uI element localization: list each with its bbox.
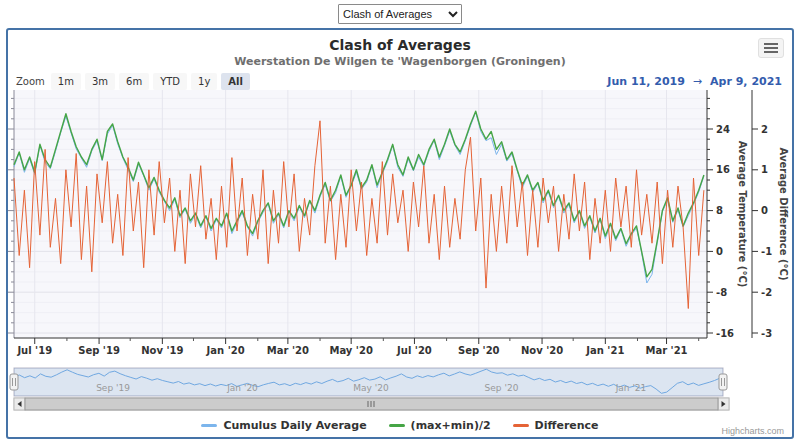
legend: Cumulus Daily Average (max+min)/2 Differ… [8,419,792,432]
chart-subtitle: Weerstation De Wilgen te 'Wagenborgen (G… [8,55,792,68]
temp-axis-label: 0 [716,246,723,257]
range-button-3m[interactable]: 3m [85,73,115,90]
navigator-axis-label: Sep '20 [485,383,519,393]
x-axis-label: Nov '19 [141,345,183,356]
navigator-axis-label: Sep '19 [96,383,130,393]
navigator-handle-left[interactable] [10,374,18,390]
x-axis-label: Jul '20 [396,345,432,356]
temp-axis-label: 24 [716,124,730,135]
chart-container: Clash of Averages Weerstation De Wilgen … [6,28,794,439]
diff-axis-label: -1 [761,246,772,257]
zoom-label: Zoom [16,76,45,87]
range-date-to[interactable]: Apr 9, 2021 [708,74,784,89]
x-axis-label: Jan '20 [206,345,245,356]
navigator-axis-label: May '20 [353,383,389,393]
x-axis-label: Sep '20 [458,345,500,356]
legend-swatch-cumulus [201,424,217,427]
range-button-1m[interactable]: 1m [51,73,81,90]
diff-axis-label: 0 [761,205,768,216]
x-axis-label: Nov '20 [521,345,563,356]
top-toolbar: Clash of Averages [0,0,800,28]
legend-swatch-difference [513,424,529,427]
chart-title: Clash of Averages [8,37,792,53]
range-button-6m[interactable]: 6m [119,73,149,90]
diff-axis-label: 2 [761,124,768,135]
navigator-handle-right[interactable] [719,374,727,390]
legend-label-difference: Difference [535,419,599,432]
diff-axis-label: -3 [761,328,772,339]
legend-item-cumulus[interactable]: Cumulus Daily Average [201,419,366,432]
diff-axis-label: 1 [761,164,768,175]
temp-axis-label: -8 [716,287,727,298]
range-arrow-icon: → [693,75,702,88]
x-axis-label: Jul '19 [16,345,52,356]
navigator-axis-label: Jan '20 [226,383,258,393]
range-dates: Jun 11, 2019 → Apr 9, 2021 [605,74,784,89]
x-axis-label: May '20 [329,345,372,356]
x-axis-label: Jan '21 [585,345,624,356]
range-button-1y[interactable]: 1y [191,73,217,90]
chart-plot-svg: Jul '19Sep '19Nov '19Jan '20Mar '20May '… [8,88,792,418]
temp-axis-title: Average Temperature (°C) [737,141,748,288]
diff-axis-title: Average Difference (°C) [778,148,789,281]
legend-label-maxmin: (max+min)/2 [411,419,491,432]
temp-axis-label: 8 [716,205,723,216]
range-date-from[interactable]: Jun 11, 2019 [605,74,687,89]
highcharts-credits[interactable]: Highcharts.com [721,426,784,436]
legend-item-difference[interactable]: Difference [513,419,599,432]
x-axis-label: Sep '19 [78,345,120,356]
legend-label-cumulus: Cumulus Daily Average [223,419,366,432]
navigator-axis-label: Jan '21 [615,383,647,393]
diff-axis-label: -2 [761,287,772,298]
legend-item-maxmin[interactable]: (max+min)/2 [389,419,491,432]
range-button-all[interactable]: All [221,73,250,90]
x-axis-label: Mar '20 [267,345,309,356]
temp-axis-label: -16 [716,328,734,339]
temp-axis-label: 16 [716,164,730,175]
chart-select[interactable]: Clash of Averages [338,4,462,24]
legend-swatch-maxmin [389,424,405,427]
range-button-ytd[interactable]: YTD [153,73,187,90]
x-axis-label: Mar '21 [645,345,687,356]
